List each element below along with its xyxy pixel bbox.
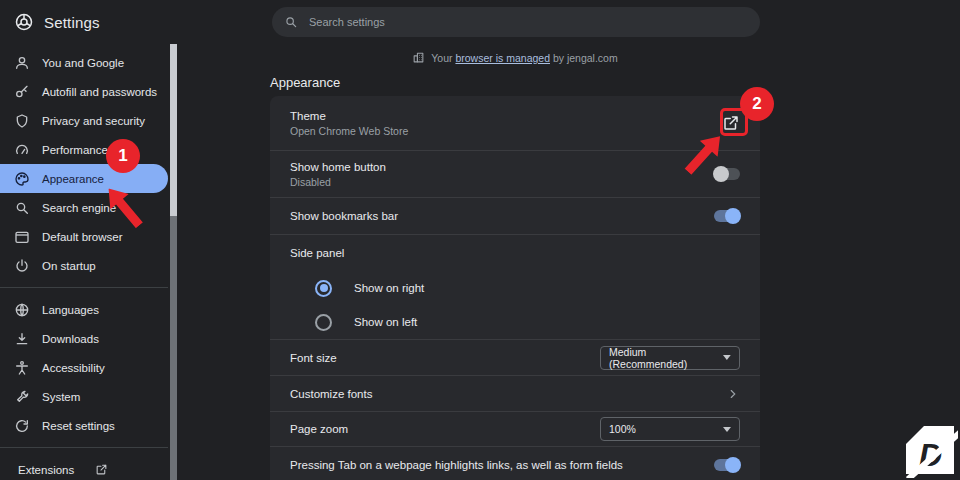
sidebar-item-label: Accessibility <box>42 362 105 374</box>
theme-row[interactable]: Theme Open Chrome Web Store <box>270 96 760 150</box>
side-panel-row: Side panel <box>270 235 760 271</box>
sidebar-item-system[interactable]: System <box>0 382 168 411</box>
sidebar-item-label: Autofill and passwords <box>42 86 157 98</box>
browser-icon <box>14 229 30 245</box>
shield-icon <box>14 113 30 129</box>
font-size-select[interactable]: Medium (Recommended) <box>600 346 740 370</box>
theme-labels: Theme Open Chrome Web Store <box>290 110 408 137</box>
download-icon <box>14 331 30 347</box>
radio-label: Show on left <box>354 316 417 328</box>
radio-unselected-icon[interactable] <box>315 314 332 331</box>
sidebar-item-appearance[interactable]: Appearance <box>0 164 168 193</box>
customize-fonts-label: Customize fonts <box>290 388 372 400</box>
sidebar-item-accessibility[interactable]: Accessibility <box>0 353 168 382</box>
sidebar-item-languages[interactable]: Languages <box>0 295 168 324</box>
reset-icon <box>14 418 30 434</box>
building-icon <box>412 51 425 64</box>
show-home-button-toggle[interactable] <box>714 168 740 180</box>
sidebar-item-label: Performance <box>42 144 108 156</box>
managed-suffix: by jengal.com <box>553 52 618 64</box>
sidebar-item-you-and-google[interactable]: You and Google <box>0 48 168 77</box>
globe-icon <box>14 302 30 318</box>
sidebar-item-label: Privacy and security <box>42 115 145 127</box>
chevron-right-icon <box>726 387 740 401</box>
home-button-sublabel: Disabled <box>290 176 386 188</box>
tab-highlight-toggle[interactable] <box>714 459 740 471</box>
bookmarks-bar-label: Show bookmarks bar <box>290 210 398 222</box>
search-icon <box>14 200 30 216</box>
page-title: Settings <box>44 14 100 31</box>
side-panel-option-left[interactable]: Show on left <box>270 305 760 339</box>
sidebar-divider <box>0 287 168 288</box>
sidebar-item-on-startup[interactable]: On startup <box>0 251 168 280</box>
side-panel-option-right[interactable]: Show on right <box>270 271 760 305</box>
sidebar-item-label: On startup <box>42 260 96 272</box>
sidebar-item-label: System <box>42 391 80 403</box>
search-input[interactable] <box>307 15 748 29</box>
font-size-label: Font size <box>290 352 337 364</box>
search-icon <box>284 15 298 29</box>
scrollbar-thumb[interactable] <box>170 44 177 216</box>
sidebar-item-performance[interactable]: Performance <box>0 135 168 164</box>
show-bookmarks-bar-toggle[interactable] <box>714 210 740 222</box>
watermark-logo: D <box>902 422 958 478</box>
sidebar-item-autofill[interactable]: Autofill and passwords <box>0 77 168 106</box>
settings-search-box[interactable] <box>272 7 760 37</box>
page-zoom-label: Page zoom <box>290 423 348 435</box>
section-heading: Appearance <box>270 75 340 90</box>
radio-label: Show on right <box>354 282 424 294</box>
sidebar-item-downloads[interactable]: Downloads <box>0 324 168 353</box>
chrome-settings-window: Settings You and Google Autof <box>0 0 960 480</box>
sidebar-item-label: Default browser <box>42 231 123 243</box>
sidebar-item-label: You and Google <box>42 57 124 69</box>
sidebar-item-label: Downloads <box>42 333 99 345</box>
radio-selected-icon[interactable] <box>315 280 332 297</box>
side-panel-label: Side panel <box>290 247 344 259</box>
sidebar-item-label: Languages <box>42 304 99 316</box>
power-icon <box>14 258 30 274</box>
person-icon <box>14 55 30 71</box>
palette-icon <box>14 171 30 187</box>
theme-label: Theme <box>290 110 408 122</box>
caret-down-icon <box>723 427 731 432</box>
theme-sublabel: Open Chrome Web Store <box>290 125 408 137</box>
top-bar: Settings <box>0 0 960 44</box>
main-content: Your browser is managed by jengal.com Ap… <box>178 44 960 480</box>
font-size-row: Font size Medium (Recommended) <box>270 340 760 375</box>
home-button-labels: Show home button Disabled <box>290 161 386 188</box>
sidebar-item-label: Appearance <box>42 173 104 185</box>
sidebar-item-reset-settings[interactable]: Reset settings <box>0 411 168 440</box>
customize-fonts-row[interactable]: Customize fonts <box>270 376 760 411</box>
managed-prefix: Your <box>431 52 452 64</box>
accessibility-icon <box>14 360 30 376</box>
step-1-badge: 1 <box>106 139 140 173</box>
page-zoom-value: 100% <box>609 423 636 435</box>
tab-highlight-row: Pressing Tab on a webpage highlights lin… <box>270 447 760 480</box>
sidebar-divider <box>0 447 168 448</box>
wrench-icon <box>14 389 30 405</box>
page-zoom-select[interactable]: 100% <box>600 417 740 441</box>
speedometer-icon <box>14 142 30 158</box>
managed-link[interactable]: browser is managed <box>455 52 550 64</box>
sidebar-item-extensions[interactable]: Extensions <box>0 455 168 480</box>
home-button-label: Show home button <box>290 161 386 173</box>
step-2-badge: 2 <box>740 87 774 121</box>
sidebar-item-label: Reset settings <box>42 420 115 432</box>
caret-down-icon <box>723 355 731 360</box>
vertical-scrollbar[interactable] <box>170 44 177 480</box>
chrome-logo-icon <box>14 12 34 32</box>
managed-notice: Your browser is managed by jengal.com <box>270 51 760 64</box>
external-link-icon <box>95 463 108 476</box>
sidebar: You and Google Autofill and passwords Pr… <box>0 44 168 480</box>
page-zoom-row: Page zoom 100% <box>270 412 760 446</box>
font-size-value: Medium (Recommended) <box>609 346 723 370</box>
show-bookmarks-bar-row: Show bookmarks bar <box>270 198 760 234</box>
sidebar-item-privacy[interactable]: Privacy and security <box>0 106 168 135</box>
tab-highlight-label: Pressing Tab on a webpage highlights lin… <box>290 459 623 471</box>
key-icon <box>14 84 30 100</box>
sidebar-item-label: Extensions <box>18 464 74 476</box>
sidebar-item-default-browser[interactable]: Default browser <box>0 222 168 251</box>
